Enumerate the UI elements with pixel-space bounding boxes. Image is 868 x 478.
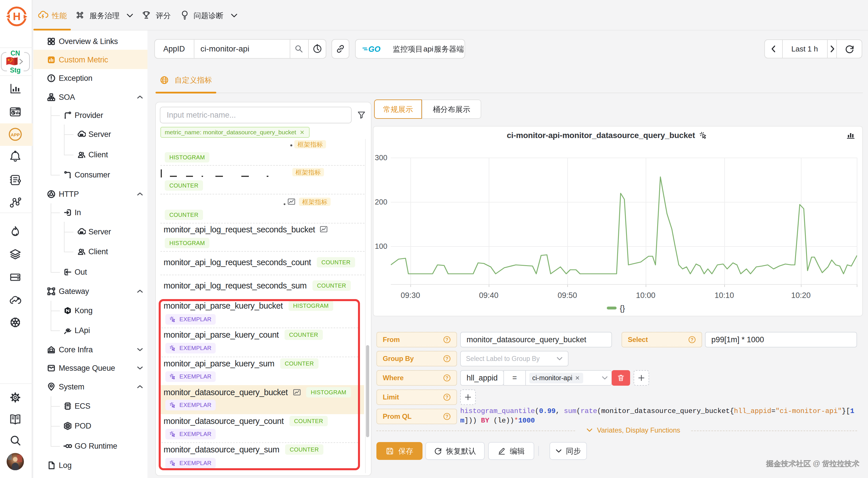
svg-text:?: ? (445, 356, 448, 361)
svg-text:?: ? (691, 337, 693, 342)
svg-text:?: ? (445, 376, 448, 380)
svg-text:GO: GO (368, 45, 380, 54)
svg-text:?: ? (445, 337, 448, 342)
svg-text:?: ? (445, 395, 448, 400)
svg-text:H: H (13, 11, 21, 23)
svg-text:?: ? (445, 414, 448, 419)
svg-text:APP: APP (11, 132, 20, 137)
